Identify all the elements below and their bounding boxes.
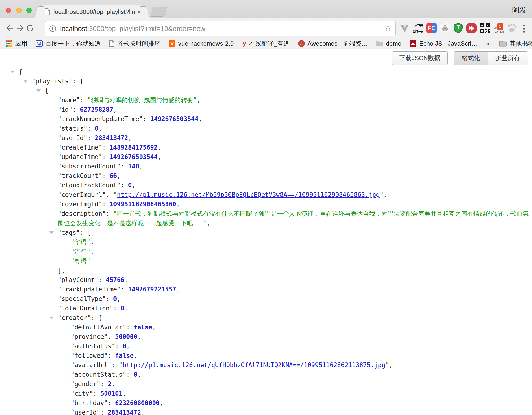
json-token: : — [126, 324, 133, 331]
json-token: : — [115, 343, 123, 350]
json-token: , — [383, 191, 387, 198]
json-row: "province": 500000, — [59, 332, 532, 341]
json-row: "totalDuration": 0, — [46, 304, 532, 313]
json-row: "description": "同一首歌，独唱模式与对唱模式有没有什么不同呢？独… — [46, 209, 532, 228]
bookmark-label: demo — [386, 40, 401, 47]
forward-button[interactable] — [16, 24, 25, 33]
qrcode-icon[interactable] — [480, 22, 490, 34]
bookmarks-bar: 应用 百度一下，你就知道 谷歌按时间排序 V vue-hackernews-2.… — [0, 38, 532, 49]
json-token: : — [121, 286, 128, 293]
html5-player-icon[interactable]: 5 PLAYER — [493, 22, 504, 34]
json-number-value: false — [115, 352, 133, 359]
json-row: "updateTime": 1492676503544, — [46, 152, 532, 162]
json-token: , — [128, 134, 132, 142]
bookmark-echojs[interactable]: JS Echo JS - JavaScri… — [410, 40, 477, 47]
json-number-value: 0 — [121, 305, 124, 312]
json-key: "createTime" — [58, 144, 102, 151]
page-info-icon[interactable] — [49, 25, 56, 32]
video-speed-icon[interactable] — [466, 22, 477, 34]
json-key: "trackUpdateTime" — [58, 286, 121, 293]
json-row: "creator": { — [46, 313, 532, 322]
collapse-all-button[interactable]: 折叠所有 — [488, 52, 528, 65]
json-token: , — [137, 371, 141, 378]
collapse-arrow-icon[interactable] — [10, 70, 15, 73]
json-key: "totalDuration" — [58, 305, 113, 312]
json-key: "accountStatus" — [71, 371, 126, 378]
bookmark-star-icon[interactable]: ☆ — [384, 24, 392, 33]
json-row: "specialType": 0, — [46, 294, 532, 304]
json-link[interactable]: http://p1.music.126.net/Mb59p30BpEQLcBQe… — [117, 191, 380, 198]
json-number-value: 283413472 — [108, 409, 141, 415]
json-token: : — [102, 172, 109, 179]
json-token: , — [176, 286, 180, 293]
bookmark-youdao[interactable]: y 在线翻译_有道 — [242, 39, 289, 48]
tampermonkey-icon[interactable]: T — [453, 23, 464, 34]
collapse-arrow-icon[interactable] — [49, 317, 54, 319]
sitemap-icon[interactable] — [439, 22, 450, 34]
reload-button[interactable] — [26, 24, 35, 33]
json-token: , — [61, 267, 65, 274]
bookmark-label: vue-hackernews-2.0 — [178, 40, 234, 47]
json-key: "authStatus" — [71, 343, 115, 350]
json-group: {"name": "独唱与对唱的切换 氛围与情感的转变","id": 62725… — [33, 86, 532, 415]
json-token: , — [132, 182, 135, 189]
json-key: "playCount" — [58, 276, 98, 283]
json-token: , — [158, 153, 162, 160]
json-group: "华语","流行","粤语" — [59, 237, 532, 266]
bookmark-vue-hackernews[interactable]: V vue-hackernews-2.0 — [169, 40, 234, 47]
json-row: ], — [46, 266, 532, 275]
back-button[interactable] — [5, 24, 14, 33]
bookmark-label: Awesomes - 前端资… — [308, 39, 368, 48]
address-bar[interactable]: localhost:3000/top_playlist?limit=10&ord… — [45, 21, 396, 36]
json-key: "subscribedCount" — [58, 163, 121, 170]
tab-close-icon[interactable]: × — [137, 9, 141, 15]
bookmarks-overflow-chevron[interactable]: » — [486, 40, 490, 47]
paw-icon[interactable] — [506, 22, 517, 34]
json-token: : — [121, 182, 128, 189]
json-number-value: 1492676503544 — [109, 153, 158, 160]
browser-tab[interactable]: localhost:3000/top_playlist?lim × — [39, 5, 145, 18]
json-key: "coverImgUrl" — [58, 191, 106, 198]
fe-icon[interactable]: FE — [426, 22, 437, 34]
bookmark-baidu[interactable]: 百度一下，你就知道 — [36, 39, 101, 48]
close-window-button[interactable] — [6, 8, 11, 13]
bookmark-label: 在线翻译_有道 — [249, 39, 289, 48]
json-key: "gender" — [71, 380, 100, 387]
json-row: "trackNumberUpdateTime": 1492676503544, — [46, 114, 532, 124]
bookmark-google-sort[interactable]: 谷歌按时间排序 — [109, 39, 160, 48]
collapse-arrow-icon[interactable] — [23, 80, 28, 83]
apps-grid-icon — [6, 40, 12, 47]
browser-menu-icon[interactable] — [520, 24, 528, 33]
fullscreen-window-button[interactable] — [27, 8, 32, 13]
format-button[interactable]: 格式化 — [454, 52, 488, 65]
youdao-translate-icon[interactable]: 英en — [413, 22, 423, 34]
new-tab-button[interactable] — [150, 7, 167, 17]
json-number-value: 140 — [128, 163, 139, 170]
profile-name[interactable]: 阿发 — [512, 5, 527, 15]
bookmark-label: 应用 — [15, 39, 28, 48]
json-number-value: 0 — [123, 343, 126, 350]
other-bookmarks[interactable]: 其他书签 — [499, 39, 532, 48]
json-link[interactable]: http://p1.music.126.net/qUfH0bhzOfAl71NU… — [123, 362, 385, 369]
echojs-icon: JS — [410, 40, 416, 47]
json-token: : — [72, 77, 80, 85]
bookmark-apps[interactable]: 应用 — [6, 39, 28, 48]
json-token: , — [152, 324, 156, 331]
download-json-button[interactable]: 下载JSON数据 — [392, 51, 447, 65]
json-number-value: 0 — [128, 182, 132, 189]
json-number-value: 66 — [109, 172, 117, 179]
json-string-value: " — [380, 191, 383, 198]
collapse-arrow-icon[interactable] — [36, 89, 41, 92]
folder-icon — [376, 41, 383, 46]
browser-window: localhost:3000/top_playlist?lim × 阿发 loc… — [0, 0, 532, 415]
tab-title: localhost:3000/top_playlist?lim — [53, 8, 135, 16]
json-bracket: { — [19, 68, 22, 75]
bookmark-awesomes[interactable]: A Awesomes - 前端资… — [298, 39, 368, 48]
collapse-arrow-icon[interactable] — [49, 232, 54, 234]
json-token: : — [73, 106, 80, 113]
bookmark-folder-demo[interactable]: demo — [376, 40, 401, 47]
vue-devtools-icon[interactable] — [399, 22, 410, 34]
json-row: "city": 500101, — [59, 389, 532, 398]
minimize-window-button[interactable] — [16, 8, 21, 13]
json-token: : — [100, 380, 108, 387]
